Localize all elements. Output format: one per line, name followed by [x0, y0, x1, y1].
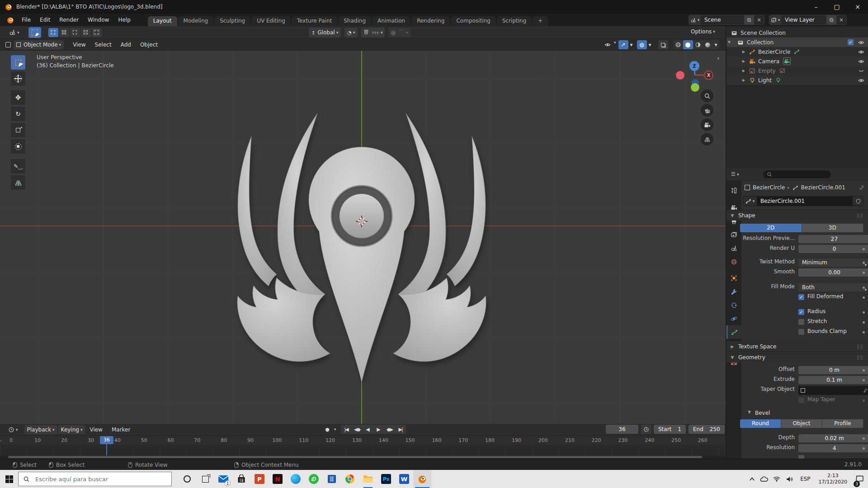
chrome-app-icon[interactable]	[341, 470, 359, 488]
view-menu[interactable]: View	[68, 40, 90, 50]
tool-select-box[interactable]	[11, 55, 25, 70]
play-icon[interactable]: ▶	[373, 425, 384, 434]
timeline-track[interactable]	[0, 445, 726, 455]
tab-constraints[interactable]	[726, 298, 741, 312]
fill-mode-dropdown[interactable]: Both▾	[798, 283, 868, 291]
prev-keyframe-icon[interactable]: ◀◆	[352, 425, 363, 434]
active-tool-select-box[interactable]	[28, 27, 41, 38]
datablock-name-field[interactable]: BezierCircle.001	[757, 197, 853, 206]
outliner-row-light[interactable]: ▶ Light	[726, 75, 868, 85]
gizmo-z-axis[interactable]: Z	[689, 61, 699, 71]
bevel-profile-button[interactable]: Profile	[822, 419, 863, 428]
shading-dropdown-icon[interactable]: ▾	[713, 40, 719, 49]
camera-view-icon[interactable]	[701, 118, 713, 131]
outliner-row-scene-collection[interactable]: Scene Collection	[726, 28, 868, 38]
timeline-scrollbar[interactable]	[0, 455, 726, 459]
view-layer-remove-icon[interactable]: ×	[836, 15, 846, 24]
use-preview-range-icon[interactable]	[641, 425, 651, 434]
outliner-row-beziercircle[interactable]: ▶ BezierCircle	[726, 47, 868, 56]
fill-deformed-checkbox[interactable]: ✓	[798, 294, 804, 300]
object-menu[interactable]: Object	[136, 40, 162, 50]
add-menu[interactable]: Add	[116, 40, 136, 50]
stretch-checkbox[interactable]	[798, 319, 804, 325]
keying-menu[interactable]: Keying▾	[58, 425, 85, 434]
maximize-button[interactable]: ▢	[826, 0, 847, 14]
bounds-clamp-checkbox[interactable]	[798, 329, 804, 335]
timeline-region-expand-icon[interactable]: ›	[0, 438, 2, 443]
tool-transform[interactable]	[11, 139, 25, 154]
tab-object-data[interactable]	[726, 325, 741, 339]
timeline-marker-menu[interactable]: Marker	[107, 425, 135, 435]
jump-to-end-icon[interactable]: ▶|	[395, 425, 406, 434]
breadcrumb-data[interactable]: BezierCircle.001	[801, 184, 845, 191]
menu-help[interactable]: Help	[113, 15, 135, 25]
falloff-curve-icon[interactable]: ⌒	[399, 29, 405, 37]
photoshop-app-icon[interactable]: Ps	[377, 470, 395, 488]
select-mode-subtract-icon[interactable]	[70, 28, 80, 37]
offset-field[interactable]: 0 m	[798, 366, 868, 374]
button-2d[interactable]: 2D	[740, 224, 802, 232]
outliner-row-camera[interactable]: ▶ Camera	[726, 56, 868, 66]
playhead-badge[interactable]: 36	[100, 436, 113, 444]
tool-rotate[interactable]: ↻	[11, 107, 25, 121]
resolution-preview-field[interactable]: 27	[798, 235, 868, 243]
timeline-ruler[interactable]: 0102030405060708090100110120130140150160…	[0, 435, 726, 445]
viewport-editor-type-icon[interactable]	[3, 41, 14, 48]
overlays-icon[interactable]: ◍	[637, 40, 647, 49]
overlays-dropdown-icon[interactable]: ▾	[647, 40, 653, 49]
twist-smooth-field[interactable]: 0.00	[798, 268, 868, 277]
tool-cursor[interactable]	[11, 71, 25, 86]
scene-copy-icon[interactable]: ⧉	[744, 15, 754, 24]
tab-texture-paint[interactable]: Texture Paint	[292, 16, 337, 26]
tab-animation[interactable]: Animation	[372, 16, 410, 26]
edge-app-icon[interactable]	[287, 470, 305, 488]
play-reverse-icon[interactable]: ◀	[363, 425, 373, 434]
properties-editor-type-icon[interactable]: ☰▾	[728, 170, 741, 178]
transform-orientation-dropdown[interactable]: ↥ Global▾	[309, 28, 341, 38]
cortana-icon[interactable]	[178, 470, 196, 488]
proportional-edit-icon[interactable]: ◎	[391, 29, 396, 36]
whatsapp-app-icon[interactable]	[305, 470, 323, 488]
tab-tool[interactable]	[726, 183, 741, 197]
tab-rendering[interactable]: Rendering	[411, 16, 450, 26]
select-mode-intersect-icon[interactable]	[92, 28, 102, 37]
gizmo-x-axis[interactable]: X	[704, 70, 713, 80]
view-layer-copy-icon[interactable]: ⧉	[826, 15, 836, 24]
tab-object[interactable]	[726, 271, 741, 285]
scene-unlink-icon[interactable]: ×	[754, 15, 764, 24]
outliner-row-collection[interactable]: ▼ Collection ✓	[726, 38, 868, 47]
zoom-icon[interactable]	[701, 89, 713, 102]
action-center-icon[interactable]: 3	[851, 470, 868, 488]
store-app-icon[interactable]	[232, 470, 250, 488]
section-shape[interactable]: ▼Shape⣿⣿	[726, 210, 868, 221]
expand-caret-icon[interactable]: ▶	[741, 50, 746, 54]
timeline-editor-type-icon[interactable]: ▾	[5, 426, 21, 434]
tab-physics[interactable]	[726, 312, 741, 325]
word-app-icon[interactable]: W	[395, 470, 413, 488]
section-texture-space[interactable]: ▶Texture Space⣿⣿	[726, 341, 868, 352]
select-mode-invert-icon[interactable]	[81, 28, 91, 37]
eye-icon[interactable]	[858, 49, 864, 55]
subsection-bevel[interactable]: Bevel	[755, 410, 770, 416]
jump-to-start-icon[interactable]: |◀	[341, 425, 352, 434]
tray-chevron-up-icon[interactable]	[746, 470, 758, 488]
pivot-point-dropdown[interactable]: ◔▾	[344, 28, 358, 38]
scene-name[interactable]: Scene	[701, 17, 744, 23]
menu-file[interactable]: File	[17, 15, 35, 25]
ortho-toggle-icon[interactable]	[701, 133, 713, 145]
magnet-icon[interactable]	[363, 29, 369, 36]
snap-target-icon[interactable]: ⊦⊦⊦	[372, 30, 379, 35]
current-frame-field[interactable]: 36	[606, 425, 638, 434]
calendar-app-icon[interactable]	[323, 470, 341, 488]
gizmo-y-neg-axis[interactable]	[691, 83, 699, 92]
viewport-canvas[interactable]: User Perspective (36) Collection | Bezie…	[0, 51, 726, 424]
tab-compositing[interactable]: Compositing	[451, 16, 495, 26]
gizmos-icon[interactable]: ↗	[618, 40, 628, 49]
outliner-row-empty[interactable]: ▶ Empty	[726, 66, 868, 75]
language-indicator[interactable]: ESP	[796, 476, 815, 482]
playhead-line[interactable]	[106, 444, 107, 455]
editor-type-icon[interactable]: ▾	[6, 28, 22, 37]
scene-selector[interactable]: ▾ Scene ⧉ ×	[689, 15, 764, 25]
tab-scripting[interactable]: Scripting	[497, 16, 532, 26]
blender-app-icon[interactable]	[413, 470, 431, 488]
